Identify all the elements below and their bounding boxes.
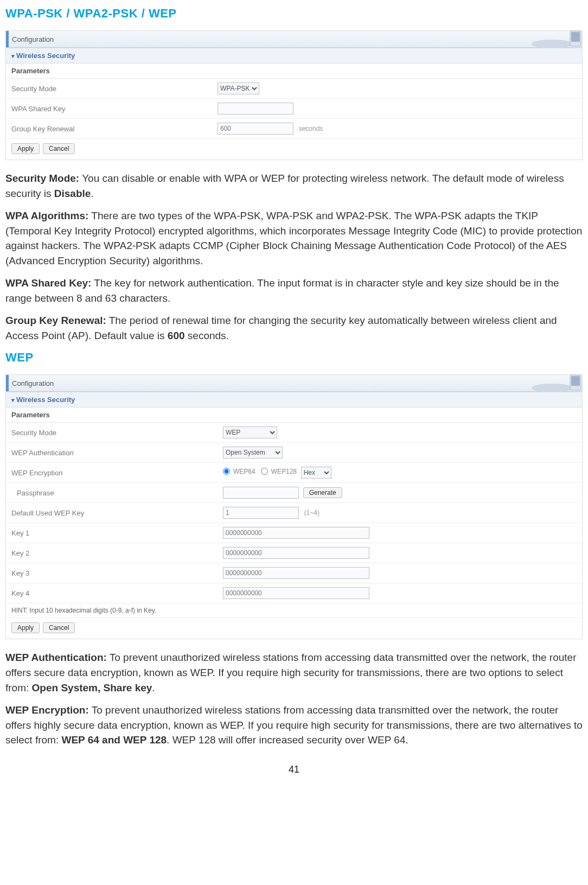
section-wireless-security-2[interactable]: Wireless Security <box>6 392 582 408</box>
svg-point-0 <box>532 40 573 48</box>
select-wep-auth[interactable]: Open System <box>223 447 283 459</box>
decorative-router-image <box>506 29 582 49</box>
label-key3: Key 3 <box>6 563 218 583</box>
tab-accent <box>6 31 9 47</box>
svg-rect-5 <box>571 376 580 386</box>
apply-button-2[interactable]: Apply <box>11 622 40 633</box>
radio-wep128-label: WEP128 <box>271 468 297 475</box>
para-wep-auth: WEP Authentication: To prevent unauthori… <box>5 650 583 695</box>
input-key3[interactable] <box>223 567 369 579</box>
label-wep-encryption: WEP Encryption <box>6 463 218 483</box>
apply-button[interactable]: Apply <box>11 143 40 154</box>
page-number: 41 <box>5 764 583 775</box>
decorative-router-image-2 <box>506 373 582 393</box>
radio-wep128[interactable] <box>261 468 268 475</box>
heading-wep: WEP <box>5 351 583 365</box>
radio-wep64[interactable] <box>223 468 230 475</box>
panel-tab-bar-2: Configuration <box>6 375 582 392</box>
label-key2: Key 2 <box>6 543 218 563</box>
label-key1: Key 1 <box>6 523 218 543</box>
tab-label-2: Configuration <box>12 379 54 387</box>
input-passphrase[interactable] <box>223 487 299 499</box>
tab-label: Configuration <box>12 35 54 43</box>
para-wpa-shared-key: WPA Shared Key: The key for network auth… <box>5 276 583 305</box>
panel-wep: Configuration Wireless Security Paramete… <box>5 374 583 639</box>
cancel-button[interactable]: Cancel <box>43 143 75 154</box>
label-passphrase: Passphrase <box>6 483 218 503</box>
generate-button[interactable]: Generate <box>303 487 342 498</box>
radio-wep64-label: WEP64 <box>233 468 255 475</box>
input-key1[interactable] <box>223 527 369 539</box>
panel-tab-bar: Configuration <box>6 31 582 48</box>
para-wep-encryption: WEP Encryption: To prevent unauthorized … <box>5 703 583 748</box>
heading-wpa: WPA-PSK / WPA2-PSK / WEP <box>5 7 583 21</box>
label-security-mode-2: Security Mode <box>6 423 218 443</box>
label-group-key-renewal: Group Key Renewal <box>6 119 212 139</box>
para-security-mode: Security Mode: You can disable or enable… <box>5 171 583 201</box>
select-hex[interactable]: Hex <box>301 467 331 479</box>
suffix-1to4: (1~4) <box>304 509 319 517</box>
select-security-mode-2[interactable]: WEP <box>223 426 277 438</box>
label-key4: Key 4 <box>6 583 218 603</box>
para-wpa-algorithms: WPA Algorithms: There are two types of t… <box>5 208 583 268</box>
suffix-seconds: seconds <box>299 125 323 132</box>
hint-text: HINT: Input 10 hexadecimal digits (0-9, … <box>6 603 582 618</box>
panel-wpa: Configuration Wireless Security Paramete… <box>5 30 583 160</box>
subheader-parameters: Parameters <box>6 63 582 79</box>
cancel-button-2[interactable]: Cancel <box>43 622 75 633</box>
label-wep-auth: WEP Authentication <box>6 443 218 463</box>
section-wireless-security[interactable]: Wireless Security <box>6 48 582 63</box>
label-security-mode: Security Mode <box>6 79 212 99</box>
input-wpa-shared-key[interactable] <box>218 103 293 114</box>
para-group-key-renewal: Group Key Renewal: The period of renewal… <box>5 313 583 343</box>
wpa-form-table: Security Mode WPA-PSK WPA Shared Key Gro… <box>6 79 582 139</box>
tab-accent-2 <box>6 375 9 391</box>
select-security-mode[interactable]: WPA-PSK <box>218 82 259 94</box>
svg-rect-2 <box>571 32 580 42</box>
input-default-wep-key[interactable] <box>223 507 299 519</box>
subheader-parameters-2: Parameters <box>6 408 582 423</box>
input-group-key-renewal[interactable] <box>218 123 293 135</box>
label-wpa-shared-key: WPA Shared Key <box>6 99 212 119</box>
wep-form-table: Security Mode WEP WEP Authentication Ope… <box>6 423 582 603</box>
input-key4[interactable] <box>223 587 369 599</box>
input-key2[interactable] <box>223 547 369 559</box>
svg-point-3 <box>532 384 573 392</box>
label-default-wep-key: Default Used WEP Key <box>6 503 218 523</box>
